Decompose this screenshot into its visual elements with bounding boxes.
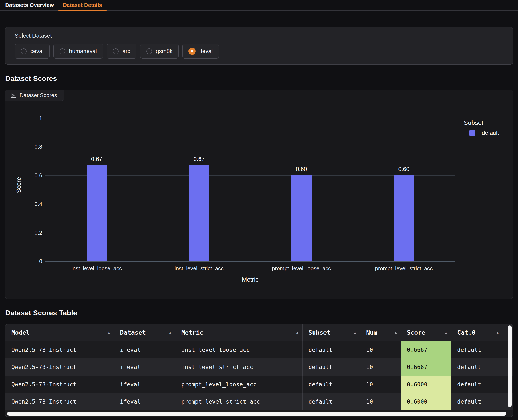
vertical-scrollbar[interactable] <box>508 325 512 407</box>
cell-num: 10 <box>360 376 401 393</box>
dataset-radio-group: cevalhumanevalarcgsm8kifeval <box>15 44 503 59</box>
bar-prompt_level_strict_acc <box>394 175 414 261</box>
legend-swatch <box>469 130 475 136</box>
cell-cat-0: default <box>451 376 503 393</box>
x-tick-label: prompt_level_loose_acc <box>253 265 350 272</box>
radio-unselected-icon <box>113 48 118 54</box>
bar-value-label: 0.60 <box>287 165 316 173</box>
radio-option-label: gsm8k <box>156 48 173 54</box>
cell-metric: inst_level_strict_acc <box>175 359 303 376</box>
bar-value-label: 0.67 <box>82 155 111 163</box>
x-axis-title: Metric <box>242 276 259 283</box>
bar-prompt_level_loose_acc <box>291 175 312 261</box>
dataset-radio-gsm8k[interactable]: gsm8k <box>140 44 179 59</box>
dataset-radio-ceval[interactable]: ceval <box>15 44 50 59</box>
dataset-scores-heading: Dataset Scores <box>5 74 513 83</box>
cell-score: 0.6000 <box>401 393 451 410</box>
radio-option-label: ifeval <box>200 48 213 54</box>
y-tick-label: 1 <box>23 115 42 122</box>
cell-metric: inst_level_loose_acc <box>175 341 303 359</box>
x-tick-label: prompt_level_strict_acc <box>355 265 452 272</box>
cell-dataset: ifeval <box>114 359 175 376</box>
table-row: Qwen2.5-7B-Instructifevalinst_level_loos… <box>6 341 512 359</box>
cell-model: Qwen2.5-7B-Instruct <box>6 341 114 359</box>
page-content: Select Dataset cevalhumanevalarcgsm8kife… <box>0 27 518 417</box>
horizontal-scrollbar[interactable] <box>7 412 506 416</box>
cell-subset: default <box>303 341 360 359</box>
dataset-scores-chart: Dataset Scores 00.20.40.60.810.67inst_le… <box>5 90 513 299</box>
y-axis-title: Score <box>15 177 22 193</box>
dataset-radio-ifeval[interactable]: ifeval <box>182 44 219 59</box>
column-header-model[interactable]: Model▲ <box>6 324 114 341</box>
column-header-label: Cat.0 <box>457 329 475 336</box>
dataset-scores-table: Model▲Dataset▲Metric▲Subset▲Num▲Score▲Ca… <box>5 324 513 417</box>
column-header-score[interactable]: Score▲ <box>401 324 451 341</box>
cell-subset: default <box>303 359 360 376</box>
column-header-label: Subset <box>309 329 331 336</box>
sort-ascending-icon: ▲ <box>169 324 171 341</box>
cell-num: 10 <box>360 393 401 410</box>
cell-dataset: ifeval <box>114 393 175 410</box>
dataset-radio-humaneval[interactable]: humaneval <box>53 44 103 59</box>
column-header-label: Model <box>11 329 30 336</box>
cell-score: 0.6667 <box>401 341 451 359</box>
radio-dot <box>191 50 193 52</box>
cell-cat-0: default <box>451 359 503 376</box>
dataset-radio-arc[interactable]: arc <box>107 44 136 59</box>
sort-ascending-icon: ▲ <box>354 324 356 341</box>
cell-subset: default <box>303 376 360 393</box>
column-header-label: Dataset <box>120 329 146 336</box>
chart-tab-button[interactable]: Dataset Scores <box>5 90 64 101</box>
y-tick-label: 0.6 <box>23 172 42 179</box>
y-tick-label: 0.4 <box>23 201 42 208</box>
table-body: Qwen2.5-7B-Instructifevalinst_level_loos… <box>6 341 512 410</box>
column-header-label: Score <box>407 329 425 336</box>
table-row: Qwen2.5-7B-Instructifevalprompt_level_st… <box>6 393 512 410</box>
sort-ascending-icon: ▲ <box>496 324 499 341</box>
sort-ascending-icon: ▲ <box>445 324 447 341</box>
radio-unselected-icon <box>146 48 152 54</box>
cell-cat-0: default <box>451 341 503 359</box>
gridline <box>45 147 455 147</box>
column-header-dataset[interactable]: Dataset▲ <box>114 324 175 341</box>
legend-item-label: default <box>482 130 499 136</box>
scatter-chart-icon <box>10 92 16 98</box>
cell-metric: prompt_level_loose_acc <box>175 376 303 393</box>
bar-inst_level_strict_acc <box>189 165 209 261</box>
cell-num: 10 <box>360 341 401 359</box>
tab-label: Datasets Overview <box>5 2 54 8</box>
select-dataset-panel: Select Dataset cevalhumanevalarcgsm8kife… <box>5 27 513 65</box>
cell-dataset: ifeval <box>114 376 175 393</box>
radio-unselected-icon <box>21 48 27 54</box>
cell-dataset: ifeval <box>114 341 175 359</box>
y-tick-label: 0.8 <box>23 143 42 150</box>
cell-num: 10 <box>360 359 401 376</box>
legend-title: Subset <box>464 119 483 126</box>
cell-score: 0.6667 <box>401 359 451 376</box>
bar-value-label: 0.60 <box>389 165 419 173</box>
column-header-label: Num <box>366 329 377 336</box>
sort-ascending-icon: ▲ <box>108 324 110 341</box>
sort-ascending-icon: ▲ <box>395 324 397 341</box>
cell-metric: prompt_level_strict_acc <box>175 393 303 410</box>
top-tab-bar: Datasets Overview Dataset Details <box>0 0 518 11</box>
radio-unselected-icon <box>59 48 65 54</box>
bar-value-label: 0.67 <box>184 155 214 163</box>
cell-subset: default <box>303 393 360 410</box>
column-header-num[interactable]: Num▲ <box>360 324 401 341</box>
column-header-metric[interactable]: Metric▲ <box>175 324 303 341</box>
chart-tab-label: Dataset Scores <box>20 92 57 98</box>
column-header-subset[interactable]: Subset▲ <box>303 324 360 341</box>
table-row: Qwen2.5-7B-Instructifevalprompt_level_lo… <box>6 376 512 393</box>
x-tick-label: inst_level_strict_acc <box>151 265 247 272</box>
sort-ascending-icon: ▲ <box>296 324 299 341</box>
column-header-cat-0[interactable]: Cat.0▲ <box>451 324 503 341</box>
tab-datasets-overview[interactable]: Datasets Overview <box>1 0 58 10</box>
cell-model: Qwen2.5-7B-Instruct <box>6 359 114 376</box>
select-dataset-label: Select Dataset <box>15 33 503 39</box>
cell-cat-0: default <box>451 393 503 410</box>
radio-option-label: ceval <box>30 48 44 54</box>
radio-selected-icon <box>188 48 196 55</box>
y-tick-label: 0 <box>23 258 42 265</box>
tab-dataset-details[interactable]: Dataset Details <box>58 0 106 10</box>
